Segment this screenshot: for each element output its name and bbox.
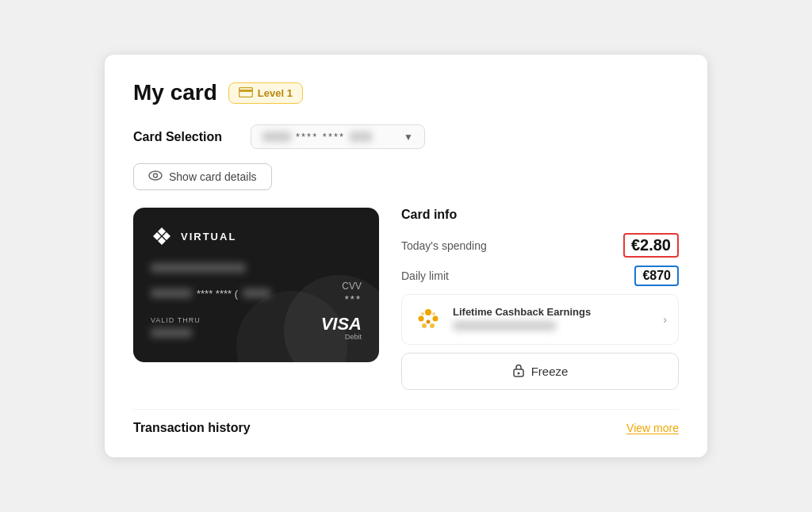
- svg-point-14: [421, 312, 424, 315]
- card-partial-blur: [151, 288, 192, 298]
- card-icon: [239, 86, 253, 100]
- page-title: My card: [133, 80, 217, 105]
- card-stars: **** **** (: [197, 288, 238, 300]
- svg-rect-0: [239, 87, 252, 97]
- level-badge: Level 1: [228, 82, 303, 104]
- valid-thru-section: VALID THRU: [151, 316, 201, 341]
- card-selection-label: Card Selection: [133, 130, 236, 144]
- cashback-title: Lifetime Cashback Earnings: [453, 306, 591, 318]
- svg-point-10: [433, 316, 439, 322]
- card-partial-number: **** **** (: [151, 288, 270, 300]
- view-more-link[interactable]: View more: [626, 422, 679, 434]
- lock-icon: [512, 363, 525, 380]
- cashback-row[interactable]: Lifetime Cashback Earnings ›: [401, 294, 679, 345]
- svg-point-11: [422, 323, 427, 328]
- cashback-left: Lifetime Cashback Earnings: [413, 304, 591, 334]
- cashback-text: Lifetime Cashback Earnings: [453, 306, 591, 334]
- show-card-details-button[interactable]: Show card details: [133, 163, 272, 190]
- card-top: VIRTUAL: [151, 225, 362, 247]
- card-prefix-blur: [262, 132, 291, 142]
- spending-value: €2.80: [623, 233, 679, 258]
- spending-row: Today's spending €2.80: [401, 233, 679, 258]
- svg-point-3: [154, 174, 158, 178]
- svg-point-9: [419, 316, 424, 322]
- transaction-section: Transaction history View more: [133, 409, 679, 435]
- eye-icon: [148, 170, 163, 183]
- page-header: My card Level 1: [133, 80, 679, 105]
- card-number-row: [151, 262, 362, 276]
- limit-label: Daily limit: [401, 269, 449, 282]
- spending-label: Today's spending: [401, 239, 487, 252]
- card-type-label: VIRTUAL: [181, 231, 236, 243]
- card-info-title: Card info: [401, 208, 679, 222]
- chevron-down-icon: ▼: [404, 132, 413, 143]
- valid-thru-label: VALID THRU: [151, 316, 201, 324]
- limit-value: €870: [634, 266, 679, 286]
- svg-point-2: [149, 171, 162, 180]
- card-suffix-blur: [350, 132, 372, 142]
- freeze-button[interactable]: Freeze: [401, 353, 679, 390]
- svg-point-17: [517, 373, 519, 375]
- svg-point-8: [425, 309, 431, 315]
- cashback-icon: [413, 304, 443, 334]
- card-full-number-blur: [151, 263, 246, 273]
- cashback-amount-blur: [453, 321, 556, 331]
- card-selector-dropdown[interactable]: **** **** ▼: [251, 124, 425, 149]
- card-number-masked: **** ****: [262, 131, 372, 143]
- page-container: My card Level 1 Card Selection **** ****…: [105, 55, 707, 457]
- binance-logo-icon: [151, 225, 173, 247]
- card-info-panel: Card info Today's spending €2.80 Daily l…: [401, 208, 679, 390]
- main-content: VIRTUAL **** **** ( CVV *** VALID THRU: [133, 208, 679, 390]
- valid-date-blur: [151, 328, 192, 338]
- svg-rect-1: [239, 90, 253, 92]
- show-card-details-label: Show card details: [169, 170, 257, 183]
- card-dots: **** ****: [296, 131, 345, 143]
- virtual-card: VIRTUAL **** **** ( CVV *** VALID THRU: [133, 208, 379, 362]
- transaction-history-title: Transaction history: [133, 421, 251, 435]
- svg-point-13: [427, 320, 431, 324]
- freeze-label: Freeze: [531, 365, 569, 378]
- card-selection-row: Card Selection **** **** ▼: [133, 124, 679, 149]
- card-end-blur: [243, 288, 270, 298]
- svg-point-12: [430, 323, 435, 328]
- limit-row: Daily limit €870: [401, 266, 679, 286]
- cashback-chevron-icon: ›: [663, 313, 667, 326]
- level-badge-text: Level 1: [258, 87, 293, 99]
- svg-point-15: [432, 312, 435, 315]
